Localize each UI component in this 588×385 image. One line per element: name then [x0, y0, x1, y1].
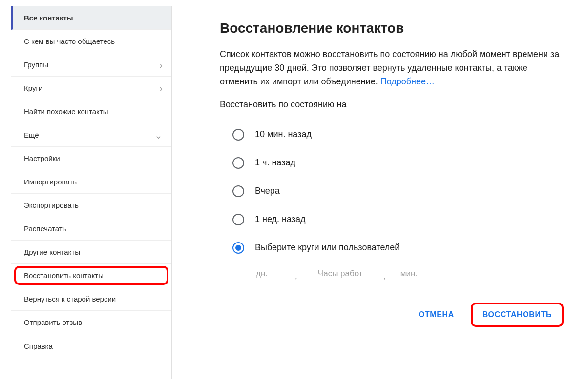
- radio-icon: [232, 129, 244, 141]
- chevron-right-icon: ›: [159, 83, 163, 93]
- sidebar-item-label: Группы: [24, 61, 48, 69]
- sidebar-item-0[interactable]: Все контакты: [11, 6, 171, 30]
- sidebar-item-label: Экспортировать: [24, 201, 79, 209]
- radio-label: 10 мин. назад: [255, 129, 312, 140]
- radio-option-3[interactable]: 1 нед. назад: [232, 205, 566, 234]
- sidebar-item-label: Все контакты: [24, 14, 73, 22]
- radio-icon: [232, 214, 244, 225]
- sidebar-item-12[interactable]: Вернуться к старой версии: [11, 287, 171, 311]
- page-title: Восстановление контактов: [220, 20, 566, 36]
- radio-label: Выберите круги или пользователей: [255, 243, 399, 253]
- radio-icon: [232, 242, 244, 254]
- description: Список контактов можно восстановить по с…: [220, 48, 566, 89]
- radio-option-1[interactable]: 1 ч. назад: [232, 149, 566, 177]
- main-content: Восстановление контактов Список контакто…: [172, 0, 588, 385]
- sidebar: Все контактыС кем вы часто общаетесьГруп…: [11, 6, 172, 379]
- sidebar-item-8[interactable]: Экспортировать: [11, 194, 171, 217]
- radio-icon: [232, 157, 244, 169]
- sidebar-item-label: Импортировать: [24, 178, 77, 186]
- sidebar-item-label: Вернуться к старой версии: [24, 295, 116, 303]
- radio-label: 1 ч. назад: [255, 158, 295, 168]
- sidebar-item-label: Восстановить контакты: [24, 271, 104, 280]
- hours-input[interactable]: [301, 268, 379, 281]
- radio-label: Вчера: [255, 186, 280, 196]
- sidebar-item-11[interactable]: Восстановить контакты: [11, 264, 171, 287]
- sidebar-item-label: Найти похожие контакты: [24, 107, 108, 116]
- sidebar-item-1[interactable]: С кем вы часто общаетесь: [11, 30, 171, 53]
- separator: ,: [383, 271, 386, 281]
- restore-subtitle: Восстановить по состоянию на: [220, 100, 566, 110]
- sidebar-item-5[interactable]: Ещё⌄: [11, 123, 171, 147]
- mins-input[interactable]: [389, 268, 428, 281]
- radio-option-2[interactable]: Вчера: [232, 177, 566, 205]
- days-input[interactable]: [232, 268, 291, 281]
- sidebar-item-label: Справка: [24, 342, 53, 350]
- sidebar-item-7[interactable]: Импортировать: [11, 170, 171, 194]
- sidebar-item-10[interactable]: Другие контакты: [11, 241, 171, 264]
- dialog-actions: ОТМЕНА ВОССТАНОВИТЬ: [220, 304, 566, 325]
- sidebar-item-3[interactable]: Круги›: [11, 77, 171, 100]
- sidebar-item-label: Другие контакты: [24, 248, 80, 256]
- radio-list: 10 мин. назад1 ч. назадВчера1 нед. назад…: [220, 121, 566, 262]
- radio-icon: [232, 185, 244, 197]
- sidebar-item-label: Круги: [24, 84, 42, 92]
- sidebar-item-label: С кем вы часто общаетесь: [24, 37, 115, 45]
- restore-button[interactable]: ВОССТАНОВИТЬ: [473, 304, 562, 325]
- chevron-right-icon: ›: [159, 60, 163, 70]
- learn-more-link[interactable]: Подробнее…: [380, 77, 435, 86]
- radio-label: 1 нед. назад: [255, 214, 306, 224]
- sidebar-item-label: Настройки: [24, 154, 60, 162]
- sidebar-item-2[interactable]: Группы›: [11, 53, 171, 77]
- sidebar-item-label: Ещё: [24, 131, 39, 139]
- sidebar-item-9[interactable]: Распечатать: [11, 217, 171, 241]
- chevron-down-icon: ⌄: [154, 130, 163, 140]
- radio-option-0[interactable]: 10 мин. назад: [232, 121, 566, 149]
- custom-time-inputs: , ,: [220, 268, 566, 281]
- sidebar-item-4[interactable]: Найти похожие контакты: [11, 100, 171, 123]
- sidebar-item-6[interactable]: Настройки: [11, 147, 171, 170]
- separator: ,: [295, 271, 297, 281]
- sidebar-item-label: Отправить отзыв: [24, 318, 82, 326]
- sidebar-item-label: Распечатать: [24, 224, 66, 233]
- sidebar-item-14[interactable]: Справка: [11, 334, 171, 358]
- cancel-button[interactable]: ОТМЕНА: [409, 304, 464, 325]
- radio-option-4[interactable]: Выберите круги или пользователей: [232, 234, 566, 262]
- sidebar-item-13[interactable]: Отправить отзыв: [11, 311, 171, 334]
